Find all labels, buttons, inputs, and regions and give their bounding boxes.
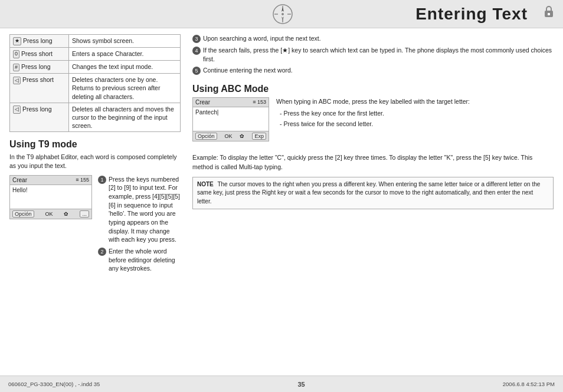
phone-title-abc: Crear <box>195 99 210 106</box>
desc-cell: Deletes all characters and moves the cur… <box>69 103 181 132</box>
key-badge-back2: ◁ <box>13 106 21 114</box>
step-num-2: 2 <box>98 248 106 256</box>
step-num-3: 3 <box>192 35 201 43</box>
table-row: # Press long Changes the text input mode… <box>10 61 181 74</box>
right-column: 3 Upon searching a word, input the next … <box>192 34 554 372</box>
right-steps: 3 Upon searching a word, input the next … <box>192 34 554 78</box>
key-cell: ★ Press long <box>10 35 69 48</box>
phone-body-abc: Pantech| <box>193 107 269 131</box>
main-content: ★ Press long Shows symbol screen. 0 Pres… <box>0 28 563 375</box>
abc-dash2: - Press twice for the second letter. <box>280 120 554 129</box>
phone-footer-right-t9[interactable]: ... <box>80 210 89 218</box>
phone-footer-left-abc[interactable]: Opción <box>195 133 217 140</box>
abc-heading: Using ABC Mode <box>192 84 554 94</box>
svg-rect-9 <box>548 13 550 15</box>
phone-footer-mid-t9[interactable]: OK <box>45 211 53 217</box>
step-item-5: 5 Continue entering the next word. <box>192 66 554 75</box>
step-text-4: If the search fails, press the [★] key t… <box>203 46 554 63</box>
phone-footer-right-abc[interactable]: Exp <box>252 133 266 140</box>
phone-footer-t9: Opción OK ✿ ... <box>10 209 91 219</box>
compass-icon <box>272 4 291 22</box>
footer: 060602_PG-3300_EN(00) , -.indd 35 35 200… <box>0 375 563 392</box>
phone-mockup-t9: Crear ≡ 155 Hello! Opción OK ✿ ... <box>9 175 92 219</box>
footer-right: 2006.6.8 4:52:13 PM <box>503 381 555 387</box>
phone-footer-abc: Opción OK ✿ Exp <box>193 131 269 141</box>
abc-section: Crear ≡ 153 Pantech| Opción OK ✿ Exp <box>192 97 554 147</box>
left-column: ★ Press long Shows symbol screen. 0 Pres… <box>9 34 181 372</box>
action-label: Press short <box>22 76 54 83</box>
action-label: Press long <box>21 63 51 70</box>
phone-header-t9: Crear ≡ 155 <box>10 176 91 185</box>
phone-mockup-abc: Crear ≡ 153 Pantech| Opción OK ✿ Exp <box>192 97 269 141</box>
phone-mockup-abc-wrap: Crear ≡ 153 Pantech| Opción OK ✿ Exp <box>192 97 269 147</box>
step-item-2: 2 Enter the whole word before editingor … <box>98 247 181 273</box>
t9-heading: Using T9 mode <box>9 139 181 150</box>
desc-cell: Deletes characters one by one. Returns t… <box>69 74 181 103</box>
phone-title-right-abc: ≡ 153 <box>253 99 266 106</box>
example-text: Example: To display the letter "C", quic… <box>192 153 554 172</box>
step-text-5: Continue entering the next word. <box>203 66 293 75</box>
svg-marker-6 <box>282 7 284 12</box>
key-badge-back: ◁ <box>13 77 21 85</box>
key-badge-hash: # <box>13 64 19 72</box>
step-item-3: 3 Upon searching a word, input the next … <box>192 34 554 43</box>
step-item-1: 1 Press the keys numbered [2] to [9] to … <box>98 175 181 245</box>
desc-cell: Changes the text input mode. <box>69 61 181 74</box>
phone-footer-mid2-t9[interactable]: ✿ <box>64 211 68 217</box>
svg-marker-7 <box>282 17 284 21</box>
phone-footer-left-t9[interactable]: Opción <box>12 210 34 218</box>
note-label: NOTE <box>197 181 214 187</box>
action-label: Press short <box>21 50 53 57</box>
key-cell: ◁ Press long <box>10 103 69 132</box>
key-cell: ◁ Press short <box>10 74 69 103</box>
step-item-4: 4 If the search fails, press the [★] key… <box>192 46 554 63</box>
desc-cell: Enters a space Character. <box>69 48 181 61</box>
table-row: 0 Press short Enters a space Character. <box>10 48 181 61</box>
step-text-3: Upon searching a word, input the next te… <box>203 34 321 43</box>
phone-body-t9: Hello! <box>10 185 91 209</box>
key-cell: 0 Press short <box>10 48 69 61</box>
key-cell: # Press long <box>10 61 69 74</box>
table-row: ★ Press long Shows symbol screen. <box>10 35 181 48</box>
key-reference-table: ★ Press long Shows symbol screen. 0 Pres… <box>9 34 181 132</box>
action-label: Press long <box>22 106 52 113</box>
page-number: 35 <box>297 381 305 388</box>
phone-footer-mid2-abc[interactable]: ✿ <box>240 133 244 139</box>
t9-steps: 1 Press the keys numbered [2] to [9] to … <box>98 175 181 276</box>
step-num-1: 1 <box>98 176 106 184</box>
abc-dash1: - Press the key once for the first lette… <box>280 109 554 118</box>
table-row: ◁ Press long Deletes all characters and … <box>10 103 181 132</box>
footer-left: 060602_PG-3300_EN(00) , -.indd 35 <box>8 381 100 387</box>
phone-footer-mid-abc[interactable]: OK <box>225 133 233 139</box>
step-text-2: Enter the whole word before editingor de… <box>109 247 181 273</box>
table-row: ◁ Press short Deletes characters one by … <box>10 74 181 103</box>
phone-title-t9: Crear <box>12 177 27 183</box>
page-title: Entering Text <box>415 5 528 24</box>
action-label: Press long <box>23 37 53 44</box>
t9-intro: In the T9 alphabet Editor, each word is … <box>9 153 181 170</box>
step-num-5: 5 <box>192 67 201 75</box>
svg-point-1 <box>282 13 284 15</box>
abc-description: When typing in ABC mode, press the key l… <box>276 97 554 147</box>
abc-desc-text: When typing in ABC mode, press the key l… <box>276 97 554 107</box>
step-num-4: 4 <box>192 47 201 55</box>
step-text-1: Press the keys numbered [2] to [9] to in… <box>109 175 181 245</box>
phone-header-abc: Crear ≡ 153 <box>193 98 269 107</box>
phone-title-right-t9: ≡ 155 <box>76 177 89 183</box>
key-badge-0: 0 <box>13 50 19 58</box>
desc-cell: Shows symbol screen. <box>69 35 181 48</box>
header: Entering Text <box>0 0 563 28</box>
note-box: NOTE The cursor moves to the right when … <box>192 177 554 210</box>
note-text: The cursor moves to the right when you p… <box>197 181 540 205</box>
key-badge-star: ★ <box>13 37 21 45</box>
lock-icon-area <box>543 5 555 19</box>
